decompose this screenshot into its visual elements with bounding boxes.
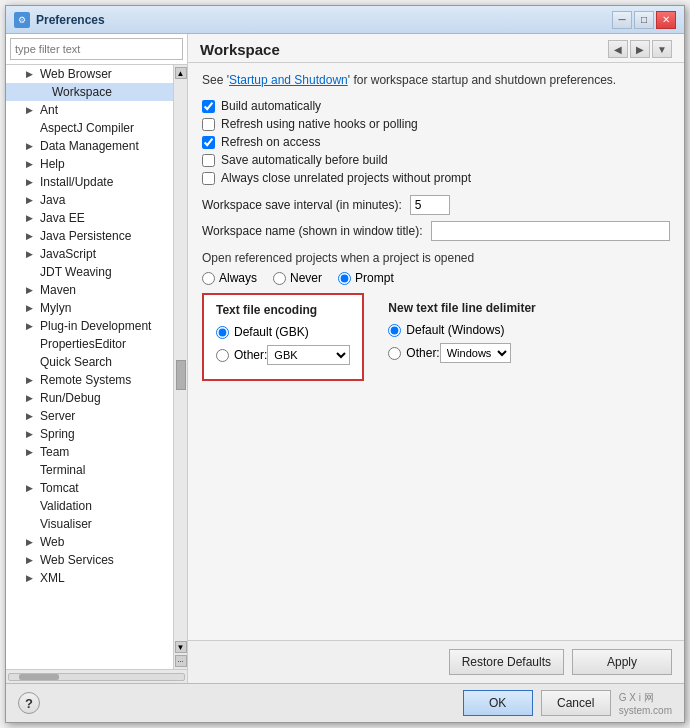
sidebar-item-web[interactable]: ▶Web <box>6 533 173 551</box>
sidebar-item-web-services[interactable]: ▶Web Services <box>6 551 173 569</box>
checkbox-close-unrelated[interactable] <box>202 172 215 185</box>
sidebar-item-jdt-weaving[interactable]: JDT Weaving <box>6 263 173 281</box>
sidebar-item-run-debug[interactable]: ▶Run/Debug <box>6 389 173 407</box>
radio-enc-other[interactable] <box>216 349 229 362</box>
delim-row-delim-other: Other: WindowsUnixMac <box>388 343 535 363</box>
restore-defaults-button[interactable]: Restore Defaults <box>449 649 564 675</box>
h-scroll-thumb[interactable] <box>19 674 59 680</box>
title-bar-buttons: ─ □ ✕ <box>612 11 676 29</box>
sidebar-item-maven[interactable]: ▶Maven <box>6 281 173 299</box>
window-icon: ⚙ <box>14 12 30 28</box>
sidebar-item-aspectj[interactable]: AspectJ Compiler <box>6 119 173 137</box>
text-encoding-box: Text file encoding Default (GBK) Other: … <box>202 293 364 381</box>
workspace-name-input[interactable] <box>431 221 670 241</box>
arrow-icon: ▶ <box>26 159 38 169</box>
checkbox-build-auto[interactable] <box>202 100 215 113</box>
sidebar-item-quick-search[interactable]: Quick Search <box>6 353 173 371</box>
sidebar-item-label: Quick Search <box>40 355 112 369</box>
radio-prompt[interactable] <box>338 272 351 285</box>
sidebar-item-visualiser[interactable]: Visualiser <box>6 515 173 533</box>
scroll-down-btn[interactable]: ▼ <box>175 641 187 653</box>
filter-input[interactable] <box>10 38 183 60</box>
close-button[interactable]: ✕ <box>656 11 676 29</box>
radio-delim-default[interactable] <box>388 324 401 337</box>
checkbox-refresh-access[interactable] <box>202 136 215 149</box>
enc-label-enc-other: Other: <box>234 348 267 362</box>
sidebar-item-team[interactable]: ▶Team <box>6 443 173 461</box>
sidebar-item-plugin-dev[interactable]: ▶Plug-in Development <box>6 317 173 335</box>
sidebar-item-terminal[interactable]: Terminal <box>6 461 173 479</box>
radio-always[interactable] <box>202 272 215 285</box>
minimize-button[interactable]: ─ <box>612 11 632 29</box>
save-interval-input[interactable] <box>410 195 450 215</box>
sidebar-item-label: Remote Systems <box>40 373 131 387</box>
sidebar-item-help[interactable]: ▶Help <box>6 155 173 173</box>
sidebar-item-java-ee[interactable]: ▶Java EE <box>6 209 173 227</box>
arrow-icon: ▶ <box>26 303 38 313</box>
arrow-icon: ▶ <box>26 141 38 151</box>
sidebar-scrollbar[interactable]: ▲ ▼ ··· <box>173 65 187 669</box>
sidebar-item-label: Run/Debug <box>40 391 101 405</box>
open-ref-label-never[interactable]: Never <box>273 271 322 285</box>
text-encoding-title: Text file encoding <box>216 303 350 317</box>
sidebar-item-label: Tomcat <box>40 481 79 495</box>
scroll-thumb[interactable] <box>176 360 186 390</box>
arrow-icon: ▶ <box>26 321 38 331</box>
sidebar-item-workspace[interactable]: Workspace <box>6 83 173 101</box>
checkbox-label-refresh-native: Refresh using native hooks or polling <box>221 117 418 131</box>
checkbox-save-before-build[interactable] <box>202 154 215 167</box>
maximize-button[interactable]: □ <box>634 11 654 29</box>
scroll-dots-btn[interactable]: ··· <box>175 655 187 667</box>
sidebar-item-mylyn[interactable]: ▶Mylyn <box>6 299 173 317</box>
enc-other-select[interactable]: GBKUTF-8ISO-8859-1 <box>267 345 350 365</box>
open-ref-label-prompt[interactable]: Prompt <box>338 271 394 285</box>
arrow-icon: ▶ <box>26 249 38 259</box>
sidebar-item-data-mgmt[interactable]: ▶Data Management <box>6 137 173 155</box>
encoding-radios: Default (GBK) Other: GBKUTF-8ISO-8859-1 <box>216 325 350 365</box>
sidebar-item-javascript[interactable]: ▶JavaScript <box>6 245 173 263</box>
nav-dropdown-button[interactable]: ▼ <box>652 40 672 58</box>
apply-button[interactable]: Apply <box>572 649 672 675</box>
workspace-name-row: Workspace name (shown in window title): <box>202 221 670 241</box>
ok-button[interactable]: OK <box>463 690 533 716</box>
help-button[interactable]: ? <box>18 692 40 714</box>
delim-other-select[interactable]: WindowsUnixMac <box>440 343 511 363</box>
nav-prev-button[interactable]: ◀ <box>608 40 628 58</box>
open-referenced-label: Open referenced projects when a project … <box>202 251 670 265</box>
sidebar-item-validation[interactable]: Validation <box>6 497 173 515</box>
sidebar-item-java-persistence[interactable]: ▶Java Persistence <box>6 227 173 245</box>
cancel-button[interactable]: Cancel <box>541 690 611 716</box>
sidebar-item-props-editor[interactable]: PropertiesEditor <box>6 335 173 353</box>
sidebar-item-label: Web <box>40 535 64 549</box>
sidebar-item-label: Java Persistence <box>40 229 131 243</box>
sidebar-item-spring[interactable]: ▶Spring <box>6 425 173 443</box>
horizontal-scrollbar[interactable] <box>6 669 187 683</box>
scroll-up-btn[interactable]: ▲ <box>175 67 187 79</box>
h-scroll-track <box>8 673 185 681</box>
radio-enc-default[interactable] <box>216 326 229 339</box>
radio-delim-other[interactable] <box>388 347 401 360</box>
radio-never[interactable] <box>273 272 286 285</box>
panel-nav: ◀ ▶ ▼ <box>608 40 672 58</box>
sidebar-item-label: Web Browser <box>40 67 112 81</box>
save-interval-label: Workspace save interval (in minutes): <box>202 198 402 212</box>
sidebar-item-java[interactable]: ▶Java <box>6 191 173 209</box>
sidebar-item-xml[interactable]: ▶XML <box>6 569 173 587</box>
checkbox-refresh-native[interactable] <box>202 118 215 131</box>
startup-shutdown-link[interactable]: Startup and Shutdown <box>229 73 348 87</box>
sidebar-item-web-browser[interactable]: ▶Web Browser <box>6 65 173 83</box>
nav-next-button[interactable]: ▶ <box>630 40 650 58</box>
arrow-icon: ▶ <box>26 375 38 385</box>
sidebar-item-server[interactable]: ▶Server <box>6 407 173 425</box>
sidebar-item-label: Help <box>40 157 65 171</box>
sidebar-item-remote-sys[interactable]: ▶Remote Systems <box>6 371 173 389</box>
sidebar-item-tomcat[interactable]: ▶Tomcat <box>6 479 173 497</box>
enc-label-enc-default: Default (GBK) <box>234 325 309 339</box>
save-interval-row: Workspace save interval (in minutes): <box>202 195 670 215</box>
sidebar-item-ant[interactable]: ▶Ant <box>6 101 173 119</box>
sidebar-item-label: Maven <box>40 283 76 297</box>
open-ref-label-always[interactable]: Always <box>202 271 257 285</box>
arrow-icon: ▶ <box>26 537 38 547</box>
sidebar-item-install-update[interactable]: ▶Install/Update <box>6 173 173 191</box>
arrow-icon: ▶ <box>26 555 38 565</box>
